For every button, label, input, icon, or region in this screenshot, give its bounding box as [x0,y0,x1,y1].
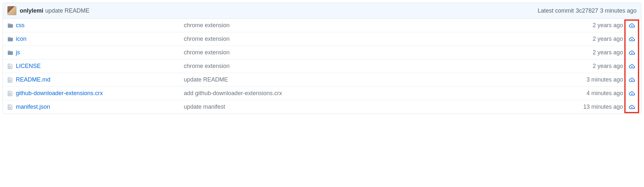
file-list: onlylemi update README Latest commit 3c2… [3,3,641,114]
file-age: 13 minutes ago [583,104,627,110]
file-age: 2 years ago [593,63,627,70]
file-name-link[interactable]: github-downloader-extensions.crx [16,90,103,96]
file-row: iconchrome extension2 years ago [3,32,641,46]
download-icon[interactable] [627,23,637,28]
file-icon [7,91,16,96]
download-icon[interactable] [627,77,637,83]
commit-meta: Latest commit 3c27827 3 minutes ago [538,7,637,14]
file-name-link[interactable]: js [16,49,20,56]
download-icon[interactable] [627,104,637,110]
file-row: manifest.jsonupdate manifest13 minutes a… [3,100,641,114]
commit-author[interactable]: onlylemi [20,7,43,14]
latest-commit-label: Latest commit [538,7,574,14]
file-icon [7,104,16,110]
file-age: 3 minutes ago [587,76,627,83]
file-name-link[interactable]: LICENSE [16,63,41,69]
file-name-link[interactable]: manifest.json [16,104,50,110]
commit-sha[interactable]: 3c27827 [576,7,598,14]
file-commit-message[interactable]: update manifest [184,104,583,110]
folder-icon [7,50,16,56]
download-icon[interactable] [627,50,637,56]
file-commit-message[interactable]: add github-downloader-extensions.crx [184,90,587,97]
file-commit-message[interactable]: chrome extension [184,36,593,42]
folder-icon [7,36,16,42]
commit-age: 3 minutes ago [600,7,637,14]
file-name-link[interactable]: icon [16,36,26,42]
file-row: jschrome extension2 years ago [3,46,641,60]
file-age: 2 years ago [593,49,627,56]
file-name-link[interactable]: README.md [16,76,50,83]
file-row: README.mdupdate README3 minutes ago [3,73,641,87]
commit-message[interactable]: update README [45,7,89,14]
file-icon [7,63,16,69]
file-age: 2 years ago [593,36,627,42]
file-row: github-downloader-extensions.crxadd gith… [3,87,641,100]
download-icon[interactable] [627,63,637,69]
file-icon [7,77,16,83]
file-commit-message[interactable]: chrome extension [184,49,593,56]
download-icon[interactable] [627,91,637,96]
commit-tease: onlylemi update README Latest commit 3c2… [3,3,641,19]
file-commit-message[interactable]: chrome extension [184,22,593,29]
file-row: csschrome extension2 years ago [3,19,641,32]
file-commit-message[interactable]: update README [184,76,587,83]
folder-icon [7,23,16,28]
file-name-link[interactable]: css [16,22,25,28]
file-commit-message[interactable]: chrome extension [184,63,593,70]
avatar[interactable] [7,6,16,15]
file-row: LICENSEchrome extension2 years ago [3,60,641,73]
file-age: 2 years ago [593,22,627,29]
file-age: 4 minutes ago [587,90,627,97]
download-icon[interactable] [627,36,637,42]
